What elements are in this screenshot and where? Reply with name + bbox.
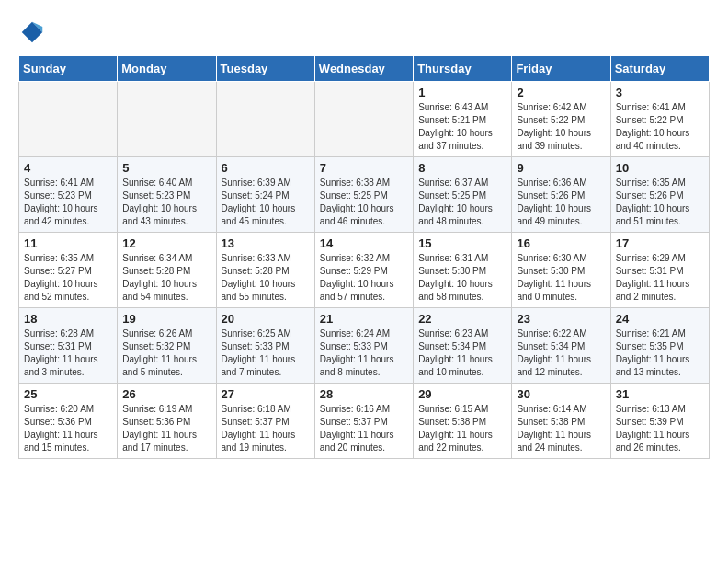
- day-header-sunday: Sunday: [19, 56, 118, 82]
- day-number: 10: [616, 161, 704, 175]
- day-header-monday: Monday: [118, 56, 216, 82]
- calendar-cell: 8Sunrise: 6:37 AM Sunset: 5:25 PM Daylig…: [414, 157, 512, 233]
- calendar-cell: 11Sunrise: 6:35 AM Sunset: 5:27 PM Dayli…: [19, 233, 118, 308]
- calendar-week-row: 1Sunrise: 6:43 AM Sunset: 5:21 PM Daylig…: [19, 82, 710, 157]
- day-info: Sunrise: 6:16 AM Sunset: 5:37 PM Dayligh…: [320, 403, 408, 454]
- calendar-cell: 1Sunrise: 6:43 AM Sunset: 5:21 PM Daylig…: [414, 82, 512, 157]
- calendar-cell: 20Sunrise: 6:25 AM Sunset: 5:33 PM Dayli…: [216, 308, 314, 384]
- day-info: Sunrise: 6:29 AM Sunset: 5:31 PM Dayligh…: [616, 252, 704, 304]
- calendar-cell: 30Sunrise: 6:14 AM Sunset: 5:38 PM Dayli…: [512, 384, 610, 459]
- day-number: 11: [24, 236, 112, 250]
- logo-icon: [18, 18, 46, 46]
- day-info: Sunrise: 6:31 AM Sunset: 5:30 PM Dayligh…: [418, 252, 506, 304]
- day-info: Sunrise: 6:36 AM Sunset: 5:26 PM Dayligh…: [517, 177, 605, 228]
- svg-marker-0: [22, 22, 43, 43]
- day-info: Sunrise: 6:22 AM Sunset: 5:34 PM Dayligh…: [517, 327, 605, 379]
- day-number: 6: [222, 161, 310, 175]
- calendar-cell: 23Sunrise: 6:22 AM Sunset: 5:34 PM Dayli…: [512, 308, 610, 384]
- day-info: Sunrise: 6:30 AM Sunset: 5:30 PM Dayligh…: [517, 252, 605, 304]
- calendar-cell: 25Sunrise: 6:20 AM Sunset: 5:36 PM Dayli…: [19, 384, 118, 459]
- calendar-cell: 6Sunrise: 6:39 AM Sunset: 5:24 PM Daylig…: [216, 157, 314, 233]
- day-number: 18: [24, 312, 112, 326]
- calendar-cell: 3Sunrise: 6:41 AM Sunset: 5:22 PM Daylig…: [610, 82, 709, 157]
- day-number: 26: [122, 387, 210, 401]
- calendar-cell: 17Sunrise: 6:29 AM Sunset: 5:31 PM Dayli…: [610, 233, 709, 308]
- day-info: Sunrise: 6:37 AM Sunset: 5:25 PM Dayligh…: [418, 177, 506, 228]
- calendar-cell: 15Sunrise: 6:31 AM Sunset: 5:30 PM Dayli…: [414, 233, 512, 308]
- day-number: 1: [418, 86, 506, 99]
- day-info: Sunrise: 6:24 AM Sunset: 5:33 PM Dayligh…: [320, 327, 408, 379]
- day-number: 28: [320, 387, 408, 401]
- calendar-cell: 13Sunrise: 6:33 AM Sunset: 5:28 PM Dayli…: [216, 233, 314, 308]
- page-header: [18, 18, 710, 46]
- day-info: Sunrise: 6:35 AM Sunset: 5:27 PM Dayligh…: [24, 252, 112, 304]
- calendar-cell: [314, 82, 413, 157]
- day-number: 4: [24, 161, 112, 175]
- day-info: Sunrise: 6:21 AM Sunset: 5:35 PM Dayligh…: [616, 327, 704, 379]
- calendar-cell: 19Sunrise: 6:26 AM Sunset: 5:32 PM Dayli…: [118, 308, 216, 384]
- calendar-cell: 27Sunrise: 6:18 AM Sunset: 5:37 PM Dayli…: [216, 384, 314, 459]
- calendar-week-row: 11Sunrise: 6:35 AM Sunset: 5:27 PM Dayli…: [19, 233, 710, 308]
- calendar-cell: 26Sunrise: 6:19 AM Sunset: 5:36 PM Dayli…: [118, 384, 216, 459]
- day-number: 30: [517, 387, 605, 401]
- day-info: Sunrise: 6:39 AM Sunset: 5:24 PM Dayligh…: [222, 177, 310, 228]
- day-info: Sunrise: 6:34 AM Sunset: 5:28 PM Dayligh…: [122, 252, 210, 304]
- day-info: Sunrise: 6:19 AM Sunset: 5:36 PM Dayligh…: [122, 403, 210, 454]
- day-number: 25: [24, 387, 112, 401]
- day-info: Sunrise: 6:38 AM Sunset: 5:25 PM Dayligh…: [320, 177, 408, 228]
- calendar-cell: 28Sunrise: 6:16 AM Sunset: 5:37 PM Dayli…: [314, 384, 413, 459]
- day-number: 23: [517, 312, 605, 326]
- day-number: 14: [320, 236, 408, 250]
- day-header-friday: Friday: [512, 56, 610, 82]
- day-number: 21: [320, 312, 408, 326]
- logo: [18, 18, 50, 46]
- day-info: Sunrise: 6:23 AM Sunset: 5:34 PM Dayligh…: [418, 327, 506, 379]
- calendar-week-row: 4Sunrise: 6:41 AM Sunset: 5:23 PM Daylig…: [19, 157, 710, 233]
- calendar-cell: 31Sunrise: 6:13 AM Sunset: 5:39 PM Dayli…: [610, 384, 709, 459]
- day-number: 24: [616, 312, 704, 326]
- day-info: Sunrise: 6:14 AM Sunset: 5:38 PM Dayligh…: [517, 403, 605, 454]
- day-number: 19: [122, 312, 210, 326]
- day-number: 27: [222, 387, 310, 401]
- day-number: 29: [418, 387, 506, 401]
- day-info: Sunrise: 6:42 AM Sunset: 5:22 PM Dayligh…: [517, 101, 605, 153]
- calendar-cell: 12Sunrise: 6:34 AM Sunset: 5:28 PM Dayli…: [118, 233, 216, 308]
- calendar-header-row: SundayMondayTuesdayWednesdayThursdayFrid…: [19, 56, 710, 82]
- day-number: 7: [320, 161, 408, 175]
- calendar-cell: [19, 82, 118, 157]
- day-number: 16: [517, 236, 605, 250]
- calendar-cell: 14Sunrise: 6:32 AM Sunset: 5:29 PM Dayli…: [314, 233, 413, 308]
- day-info: Sunrise: 6:26 AM Sunset: 5:32 PM Dayligh…: [122, 327, 210, 379]
- calendar-cell: [118, 82, 216, 157]
- calendar-cell: 10Sunrise: 6:35 AM Sunset: 5:26 PM Dayli…: [610, 157, 709, 233]
- day-info: Sunrise: 6:18 AM Sunset: 5:37 PM Dayligh…: [222, 403, 310, 454]
- calendar-cell: 9Sunrise: 6:36 AM Sunset: 5:26 PM Daylig…: [512, 157, 610, 233]
- day-info: Sunrise: 6:25 AM Sunset: 5:33 PM Dayligh…: [222, 327, 310, 379]
- calendar-cell: 21Sunrise: 6:24 AM Sunset: 5:33 PM Dayli…: [314, 308, 413, 384]
- calendar-cell: 16Sunrise: 6:30 AM Sunset: 5:30 PM Dayli…: [512, 233, 610, 308]
- calendar-cell: 4Sunrise: 6:41 AM Sunset: 5:23 PM Daylig…: [19, 157, 118, 233]
- day-info: Sunrise: 6:28 AM Sunset: 5:31 PM Dayligh…: [24, 327, 112, 379]
- calendar-table: SundayMondayTuesdayWednesdayThursdayFrid…: [18, 55, 710, 459]
- day-number: 2: [517, 86, 605, 99]
- day-info: Sunrise: 6:41 AM Sunset: 5:22 PM Dayligh…: [616, 101, 704, 153]
- day-header-thursday: Thursday: [414, 56, 512, 82]
- calendar-cell: 29Sunrise: 6:15 AM Sunset: 5:38 PM Dayli…: [414, 384, 512, 459]
- day-info: Sunrise: 6:15 AM Sunset: 5:38 PM Dayligh…: [418, 403, 506, 454]
- day-number: 9: [517, 161, 605, 175]
- day-info: Sunrise: 6:13 AM Sunset: 5:39 PM Dayligh…: [616, 403, 704, 454]
- calendar-cell: 2Sunrise: 6:42 AM Sunset: 5:22 PM Daylig…: [512, 82, 610, 157]
- calendar-cell: 5Sunrise: 6:40 AM Sunset: 5:23 PM Daylig…: [118, 157, 216, 233]
- calendar-week-row: 18Sunrise: 6:28 AM Sunset: 5:31 PM Dayli…: [19, 308, 710, 384]
- day-number: 8: [418, 161, 506, 175]
- day-info: Sunrise: 6:40 AM Sunset: 5:23 PM Dayligh…: [122, 177, 210, 228]
- day-header-wednesday: Wednesday: [314, 56, 413, 82]
- calendar-week-row: 25Sunrise: 6:20 AM Sunset: 5:36 PM Dayli…: [19, 384, 710, 459]
- day-info: Sunrise: 6:33 AM Sunset: 5:28 PM Dayligh…: [222, 252, 310, 304]
- day-info: Sunrise: 6:20 AM Sunset: 5:36 PM Dayligh…: [24, 403, 112, 454]
- calendar-cell: [216, 82, 314, 157]
- day-number: 17: [616, 236, 704, 250]
- day-info: Sunrise: 6:43 AM Sunset: 5:21 PM Dayligh…: [418, 101, 506, 153]
- day-number: 13: [222, 236, 310, 250]
- day-number: 20: [222, 312, 310, 326]
